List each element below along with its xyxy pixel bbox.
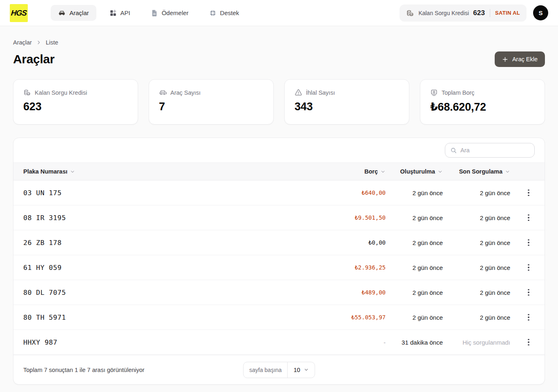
main-content: Araçlar Liste Araçlar Araç Ekle Kalan So… — [0, 26, 558, 385]
table-row: 08 IR 3195 ₺9.501,50 2 gün önce 2 gün ön… — [13, 205, 545, 230]
blocks-icon — [109, 9, 117, 17]
nav-item-araclar[interactable]: Araçlar — [51, 5, 96, 21]
stats-cards: Kalan Sorgu Kredisi 623 Araç Sayısı 7 İh… — [13, 79, 545, 125]
table-header: Plaka Numarası Borç Oluşturulma Son Sorg… — [13, 163, 545, 180]
nav-item-destek[interactable]: Destek — [202, 5, 247, 21]
column-header-borc[interactable]: Borç — [324, 168, 386, 175]
stat-card-toplam-borc: Toplam Borç ₺68.620,72 — [420, 79, 545, 125]
main-nav: Araçlar API Ödemeler Destek — [51, 5, 246, 21]
kebab-icon — [528, 339, 529, 341]
stat-card-kalan-sorgu-kredisi: Kalan Sorgu Kredisi 623 — [13, 79, 138, 125]
row-menu-button[interactable] — [522, 286, 535, 298]
nav-label: Destek — [220, 9, 239, 16]
last-query: 2 gün önce — [443, 214, 510, 221]
plate-number: 61 HY 059 — [23, 264, 324, 272]
stat-card-ihlal-sayisi: İhlal Sayısı 343 — [284, 79, 409, 125]
created-at: 2 gün önce — [386, 314, 443, 321]
table-row: 80 DL 7075 ₺489,00 2 gün önce 2 gün önce — [13, 280, 545, 305]
last-query: 2 gün önce — [443, 314, 510, 321]
created-at: 2 gün önce — [386, 214, 443, 221]
debt-amount: ₺489,00 — [324, 289, 386, 296]
kebab-icon — [528, 289, 529, 291]
kebab-icon — [528, 214, 529, 216]
warning-icon — [295, 89, 302, 96]
kebab-icon — [528, 239, 529, 241]
stat-label: Toplam Borç — [442, 89, 475, 96]
table-row: 80 TH 5971 ₺55.053,97 2 gün önce 2 gün ö… — [13, 305, 545, 330]
column-header-olusturulma[interactable]: Oluşturulma — [386, 168, 443, 175]
plate-number: 80 TH 5971 — [23, 314, 324, 321]
column-header-son-sorgulama[interactable]: Son Sorgulama — [443, 168, 510, 175]
coins-icon — [406, 9, 414, 17]
nav-label: Araçlar — [69, 9, 89, 16]
per-page-select[interactable]: 10 — [288, 367, 315, 373]
column-label: Oluşturulma — [400, 168, 435, 175]
chevron-down-icon — [70, 169, 75, 174]
debt-amount: ₺0,00 — [324, 239, 386, 246]
breadcrumb-liste[interactable]: Liste — [46, 39, 58, 46]
table-row: 03 UN 175 ₺640,00 2 gün önce 2 gün önce — [13, 180, 545, 205]
row-menu-button[interactable] — [522, 212, 535, 224]
title-row: Araçlar Araç Ekle — [13, 51, 545, 67]
table-row: HHXY 987 - 31 dakika önce Hiç sorgulanma… — [13, 330, 545, 355]
hgs-logo[interactable]: HGS — [10, 4, 28, 22]
plate-number: 80 DL 7075 — [23, 289, 324, 296]
nav-item-api[interactable]: API — [102, 5, 138, 21]
add-vehicle-button[interactable]: Araç Ekle — [495, 51, 545, 67]
nav-item-odemeler[interactable]: Ödemeler — [143, 5, 196, 21]
buy-credit-button[interactable]: SATIN AL — [495, 10, 520, 16]
last-query: 2 gün önce — [443, 264, 510, 271]
plate-number: 03 UN 175 — [23, 189, 324, 197]
topbar: HGS Araçlar API Ödemeler Destek — [0, 0, 558, 26]
last-query: 2 gün önce — [443, 239, 510, 246]
row-menu-button[interactable] — [522, 187, 535, 199]
credit-label: Kalan Sorgu Kredisi — [418, 10, 469, 16]
stat-value: 7 — [159, 100, 263, 113]
debt-amount: ₺640,00 — [324, 189, 386, 196]
column-header-plaka[interactable]: Plaka Numarası — [23, 168, 324, 175]
coins-icon — [23, 89, 31, 96]
row-menu-button[interactable] — [522, 236, 535, 249]
credit-pill: Kalan Sorgu Kredisi 623 SATIN AL — [400, 4, 527, 22]
chevron-right-icon — [36, 40, 42, 45]
plate-number: 08 IR 3195 — [23, 214, 324, 222]
vehicles-table-card: Plaka Numarası Borç Oluşturulma Son Sorg… — [13, 138, 545, 385]
results-summary: Toplam 7 sonuçtan 1 ile 7 arası görüntül… — [23, 367, 145, 373]
chevron-down-icon — [437, 169, 443, 174]
stat-value: 343 — [295, 100, 399, 113]
debt-amount: ₺55.053,97 — [324, 314, 386, 321]
table-footer: Toplam 7 sonuçtan 1 ile 7 arası görüntül… — [13, 355, 545, 384]
nav-label: Ödemeler — [162, 9, 189, 16]
hgs-logo-text: HGS — [11, 9, 27, 18]
table-toolbar — [13, 138, 545, 163]
table-row: 26 ZB 178 ₺0,00 2 gün önce 2 gün önce — [13, 230, 545, 255]
toll-camera-icon — [430, 89, 438, 96]
topbar-right: Kalan Sorgu Kredisi 623 SATIN AL S — [400, 4, 548, 22]
created-at: 31 dakika önce — [386, 339, 443, 346]
column-label: Plaka Numarası — [23, 168, 67, 175]
row-menu-button[interactable] — [522, 261, 535, 274]
add-vehicle-label: Araç Ekle — [512, 56, 538, 62]
credit-value: 623 — [473, 9, 485, 17]
row-menu-button[interactable] — [522, 311, 535, 323]
document-icon — [151, 9, 158, 17]
nav-label: API — [121, 9, 130, 16]
row-menu-button[interactable] — [522, 336, 535, 348]
kebab-icon — [528, 314, 529, 316]
stat-value: ₺68.620,72 — [430, 100, 535, 114]
search-box — [445, 143, 535, 158]
chevron-down-icon — [380, 169, 386, 174]
car-icon — [58, 9, 66, 17]
stat-label: İhlal Sayısı — [306, 89, 335, 96]
last-query: 2 gün önce — [443, 289, 510, 296]
stat-label: Kalan Sorgu Kredisi — [35, 89, 87, 96]
breadcrumb: Araçlar Liste — [13, 39, 545, 46]
user-avatar[interactable]: S — [533, 5, 548, 20]
last-query: Hiç sorgulanmadı — [443, 339, 510, 346]
divider — [490, 9, 490, 17]
breadcrumb-araclar[interactable]: Araçlar — [13, 39, 32, 46]
plate-number: HHXY 987 — [23, 339, 324, 346]
stat-label: Araç Sayısı — [170, 89, 201, 96]
lifebuoy-icon — [209, 9, 217, 17]
search-input[interactable] — [460, 147, 529, 154]
